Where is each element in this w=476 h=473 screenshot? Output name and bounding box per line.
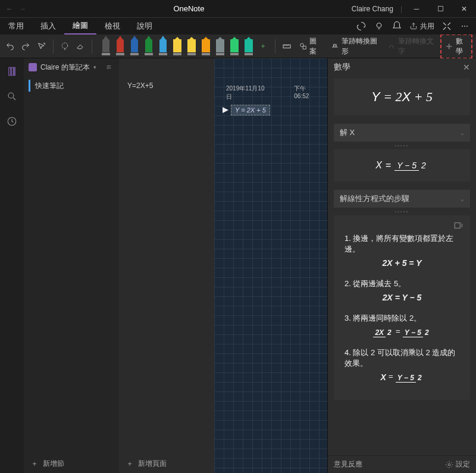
sort-icon[interactable] [104, 62, 114, 73]
add-page-button[interactable]: ＋ 新增頁面 [119, 454, 214, 473]
page-meta: 2019年11月10日 下午 06:52 [226, 84, 322, 101]
pen-gallery[interactable] [101, 37, 254, 55]
more-icon[interactable]: ⋯ [459, 21, 470, 32]
highlighter-tool[interactable] [172, 37, 183, 55]
tab-home[interactable]: 常用 [0, 18, 32, 35]
nav-history: ← → [0, 5, 26, 13]
immersive-reader-icon[interactable] [453, 220, 464, 233]
svg-point-1 [62, 43, 67, 48]
notebook-name: Claire 的筆記本 [40, 62, 90, 73]
equation-object[interactable]: Y = 2X + 5 [223, 105, 270, 115]
equation-display: Y = 2X + 5 [334, 79, 470, 115]
section-label: 快速筆記 [35, 81, 64, 91]
notebook-icon [29, 63, 37, 71]
pen-tool[interactable] [158, 37, 168, 55]
chevron-down-icon: ⌵ [461, 196, 464, 202]
eraser-button[interactable] [74, 39, 87, 54]
ink-to-shape-button[interactable]: 筆跡轉換圖形 [327, 36, 381, 57]
pen-tool[interactable] [143, 37, 154, 55]
ink-to-text-button: 筆跡轉換文字 [384, 36, 438, 57]
solve-for-dropdown[interactable]: 解 X⌵ [334, 124, 470, 142]
add-pen-button[interactable]: ＋ [256, 39, 270, 54]
solution-step: 1. 換邊，將所有變數項都置於左邊。2X + 5 = Y [345, 233, 459, 268]
notebook-selector[interactable]: Claire 的筆記本 ▾ [24, 58, 119, 76]
close-panel-icon[interactable]: ✕ [463, 62, 470, 72]
share-button[interactable]: 共用 [409, 21, 434, 32]
section-item[interactable]: 快速筆記 [24, 76, 119, 95]
note-tag-icon [223, 107, 228, 113]
shapes-button[interactable]: 圖案 [296, 36, 325, 57]
pen-tool[interactable] [115, 37, 126, 55]
bell-icon[interactable] [392, 21, 402, 32]
back-icon[interactable]: ← [6, 5, 13, 13]
minimize-button[interactable]: ─ [405, 0, 428, 18]
solution-display: X = Y − 52 [334, 149, 470, 181]
fullscreen-icon[interactable] [441, 21, 452, 32]
redo-button[interactable] [19, 39, 32, 54]
svg-point-0 [377, 23, 381, 28]
maximize-button[interactable]: ☐ [428, 0, 452, 18]
page-item[interactable]: Y=2X+5 [119, 76, 214, 95]
svg-rect-8 [455, 223, 460, 228]
pen-tool[interactable] [101, 37, 111, 55]
tab-view[interactable]: 檢視 [96, 18, 129, 35]
highlighter-tool[interactable] [201, 37, 211, 55]
math-button[interactable]: 數學 [440, 34, 472, 59]
solution-step: 2. 從兩邊減去 5。2X = Y − 5 [345, 278, 459, 302]
solution-step: 3. 將兩邊同時除以 2。2X2 = Y − 52 [345, 313, 459, 337]
chevron-down-icon: ▾ [93, 64, 96, 70]
tab-insert[interactable]: 插入 [32, 18, 64, 35]
draw-toolbar: ＋ 圖案 筆跡轉換圖形 筆跡轉換文字 數學 [0, 35, 476, 58]
tab-help[interactable]: 說明 [129, 18, 161, 35]
undo-button[interactable] [4, 39, 17, 54]
math-panel-title: 數學 [334, 62, 350, 73]
ruler-button[interactable] [280, 39, 293, 54]
ribbon-tabs: 常用 插入 繪圖 檢視 說明 共用 ⋯ [0, 18, 476, 35]
math-panel: 數學 ✕ Y = 2X + 5 解 X⌵ ••••• X = Y − 52 解線… [327, 58, 476, 473]
settings-button[interactable]: 設定 [445, 459, 470, 469]
solution-step: 4. 除以 2 可以取消乘以 2 造成的效果。X = Y − 52 [345, 347, 459, 382]
bulb-icon[interactable] [374, 21, 384, 32]
equation-text[interactable]: Y = 2X + 5 [231, 105, 270, 115]
search-icon[interactable] [5, 89, 19, 104]
section-marker [29, 80, 30, 92]
note-canvas[interactable]: 2019年11月10日 下午 06:52 Y = 2X + 5 [214, 58, 327, 473]
highlighter-tool[interactable] [186, 37, 197, 55]
pen-tool[interactable] [129, 37, 140, 55]
page-column: Y=2X+5 ＋ 新增頁面 [119, 58, 214, 473]
notebooks-icon[interactable] [5, 64, 19, 79]
steps-box: 1. 換邊，將所有變數項都置於左邊。2X + 5 = Y2. 從兩邊減去 5。2… [334, 215, 470, 400]
forward-icon: → [19, 5, 26, 13]
add-section-button[interactable]: ＋ 新增節 [24, 454, 119, 473]
text-select-button[interactable] [35, 39, 48, 54]
highlighter-tool[interactable] [243, 37, 254, 55]
user-name[interactable]: Claire Chang [352, 5, 398, 13]
page-time: 下午 06:52 [294, 84, 322, 101]
tab-draw[interactable]: 繪圖 [64, 18, 96, 35]
sync-icon[interactable] [356, 21, 367, 32]
page-date: 2019年11月10日 [226, 84, 270, 101]
svg-point-9 [448, 463, 450, 466]
lasso-button[interactable] [58, 39, 71, 54]
feedback-link[interactable]: 意見反應 [334, 459, 362, 469]
app-title: OneNote [26, 4, 352, 13]
svg-point-6 [8, 93, 14, 98]
titlebar: ← → OneNote Claire Chang | ─ ☐ ✕ [0, 0, 476, 18]
recent-icon[interactable] [5, 114, 19, 129]
highlighter-tool[interactable] [215, 37, 226, 55]
section-column: Claire 的筆記本 ▾ 快速筆記 ＋ 新增節 [24, 58, 119, 473]
chevron-down-icon: ⌵ [461, 130, 464, 136]
close-button[interactable]: ✕ [452, 0, 476, 18]
left-rail [0, 58, 24, 473]
steps-dropdown[interactable]: 解線性方程式的步驟⌵ [334, 190, 470, 208]
highlighter-tool[interactable] [229, 37, 240, 55]
svg-rect-2 [283, 45, 290, 48]
svg-rect-4 [303, 46, 306, 49]
